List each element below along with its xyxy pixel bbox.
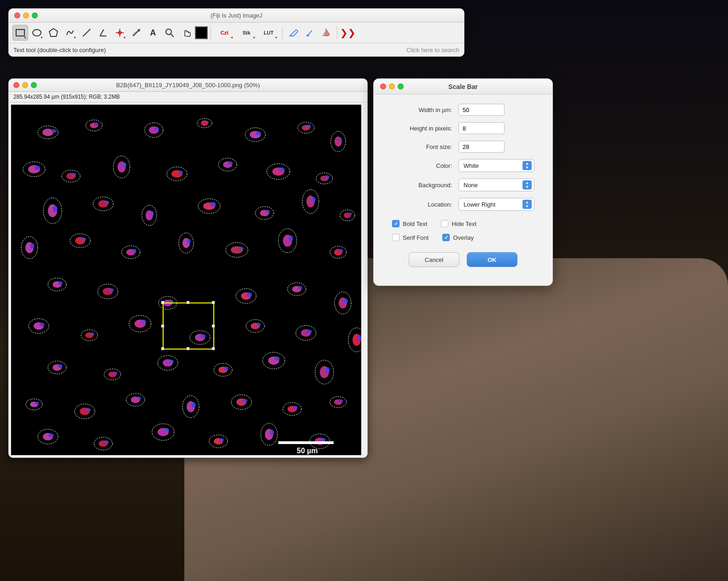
height-row: Height in pixels: — [387, 122, 539, 134]
svg-point-14 — [42, 129, 53, 136]
checkbox-section: Bold Text Hide Text Serif Font Overlay — [387, 220, 539, 241]
color-select[interactable]: White Black Light Gray Gray Red Green Bl… — [458, 159, 534, 172]
svg-point-102 — [108, 288, 114, 292]
image-info-text: 285.94x285.94 µm (915x915); RGB; 3.2MB — [13, 94, 120, 100]
svg-line-5 — [100, 30, 104, 36]
bold-text-checkbox-item[interactable]: Bold Text — [392, 220, 427, 227]
wand-tool[interactable] — [129, 25, 144, 41]
image-close-button[interactable] — [13, 82, 19, 88]
dialog-close-button[interactable] — [380, 83, 386, 89]
height-input[interactable] — [458, 122, 505, 134]
image-maximize-button[interactable] — [31, 82, 37, 88]
hide-text-checkbox-item[interactable]: Hide Text — [441, 220, 476, 227]
svg-point-57 — [53, 206, 58, 212]
svg-point-42 — [122, 162, 126, 168]
overlay-checkbox-item[interactable]: Overlay — [442, 234, 474, 241]
svg-point-99 — [58, 281, 63, 285]
stk-button[interactable]: Stk ▼ — [236, 25, 257, 41]
svg-point-60 — [104, 201, 109, 204]
hide-text-checkbox[interactable] — [441, 220, 448, 227]
macro-button[interactable]: ❯❯ — [340, 25, 356, 41]
svg-point-138 — [58, 364, 63, 368]
maximize-button[interactable] — [32, 12, 38, 18]
image-canvas[interactable]: 50 µm — [11, 105, 361, 455]
lut-dropdown-arrow: ▼ — [275, 36, 278, 39]
image-minimize-button[interactable] — [22, 82, 28, 88]
serif-font-label: Serif Font — [403, 234, 429, 241]
ellipse-tool[interactable]: ▼ — [29, 25, 45, 41]
color-row: Color: White Black Light Gray Gray Red G… — [387, 159, 539, 172]
width-input[interactable] — [458, 104, 505, 116]
search-area[interactable]: Click here to search — [406, 47, 459, 53]
dialog-maximize-button[interactable] — [398, 83, 404, 89]
svg-text:50 µm: 50 µm — [297, 447, 318, 455]
angle-tool[interactable] — [95, 25, 111, 41]
svg-point-183 — [164, 428, 169, 433]
svg-point-36 — [35, 166, 40, 170]
svg-point-63 — [150, 211, 154, 216]
color-swatch[interactable] — [195, 26, 208, 39]
background-label: Background: — [387, 182, 452, 189]
lut-button[interactable]: LUT ▼ — [258, 25, 279, 41]
width-label: Width in µm: — [387, 107, 452, 113]
svg-point-27 — [256, 131, 261, 135]
flood-fill-tool[interactable] — [318, 25, 334, 41]
location-row: Location: Upper Right Upper Left Lower R… — [387, 198, 539, 211]
cancel-button[interactable]: Cancel — [409, 252, 459, 267]
toolbar-sep-2 — [282, 26, 282, 39]
scale-bar-dialog: Scale Bar Width in µm: Height in pixels:… — [373, 78, 553, 286]
hand-tool[interactable] — [178, 25, 194, 41]
minimize-button[interactable] — [23, 12, 29, 18]
image-info-bar: 285.94x285.94 µm (915x915); RGB; 3.2MB — [9, 92, 367, 102]
svg-rect-0 — [16, 30, 24, 36]
background-select[interactable]: None White Black Dark Gray — [458, 178, 534, 191]
point-tool[interactable]: ▼ — [112, 25, 128, 41]
ok-button[interactable]: OK — [467, 252, 517, 267]
rectangle-tool[interactable]: ▼ — [12, 25, 28, 41]
bold-text-checkbox[interactable] — [392, 220, 399, 227]
dialog-minimize-button[interactable] — [389, 83, 395, 89]
svg-rect-12 — [11, 105, 361, 455]
svg-point-81 — [81, 237, 86, 241]
svg-point-78 — [30, 243, 35, 249]
brush-tool[interactable] — [302, 25, 317, 41]
svg-point-162 — [136, 397, 141, 400]
close-button[interactable] — [14, 12, 20, 18]
polygon-tool[interactable] — [46, 25, 61, 41]
text-tool[interactable]: A — [145, 25, 161, 41]
imagej-toolbar-window: (Fiji Is Just) ImageJ ▼ ▼ ▼ — [8, 8, 464, 57]
overlay-checkbox[interactable] — [442, 234, 450, 241]
svg-rect-201 — [212, 347, 215, 350]
svg-point-156 — [35, 402, 39, 404]
image-titlebar: B2B(647)_BII119_JY19049_J08_500-1000.png… — [9, 79, 367, 92]
svg-rect-199 — [161, 347, 164, 350]
pencil-tool[interactable] — [285, 25, 301, 41]
magnifier-tool[interactable] — [162, 25, 177, 41]
freehand-tool[interactable]: ▼ — [62, 25, 78, 41]
toolbar-title: (Fiji Is Just) ImageJ — [211, 12, 263, 19]
font-size-label: Font size: — [387, 143, 452, 150]
microscopy-image: 50 µm — [11, 105, 361, 455]
font-size-input[interactable] — [458, 141, 505, 153]
svg-point-180 — [104, 440, 109, 444]
freehand-dropdown-arrow: ▼ — [73, 36, 76, 39]
toolbar-sep-1 — [211, 26, 211, 39]
svg-point-189 — [270, 430, 274, 435]
svg-point-165 — [191, 402, 196, 408]
svg-point-72 — [311, 197, 316, 202]
svg-point-96 — [339, 249, 343, 253]
serif-font-checkbox[interactable] — [392, 234, 399, 241]
svg-point-15 — [51, 129, 57, 133]
svg-point-24 — [205, 121, 209, 124]
svg-point-87 — [187, 239, 191, 243]
serif-font-checkbox-item[interactable]: Serif Font — [392, 234, 429, 241]
svg-point-150 — [274, 356, 280, 361]
location-select[interactable]: Upper Right Upper Left Lower Right Lower… — [458, 198, 534, 211]
czt-button[interactable]: Czt ▼ — [214, 25, 235, 41]
svg-point-129 — [256, 323, 261, 326]
svg-rect-200 — [187, 347, 189, 350]
dialog-buttons: Cancel OK — [387, 252, 539, 267]
line-tool[interactable] — [79, 25, 94, 41]
svg-point-51 — [278, 167, 285, 172]
overlay-label: Overlay — [453, 234, 474, 241]
